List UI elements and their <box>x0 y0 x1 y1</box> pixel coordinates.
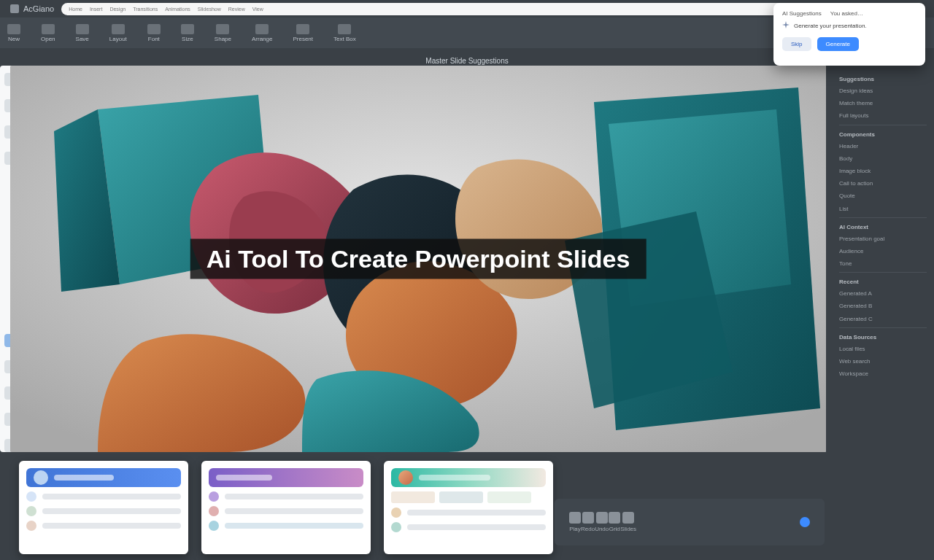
present-icon <box>296 24 309 34</box>
ribbon-size[interactable]: Size <box>181 24 194 42</box>
ribbon-textbox[interactable]: Text Box <box>333 24 356 42</box>
svg-rect-0 <box>10 4 19 13</box>
panel-item[interactable]: Generated C <box>839 315 927 323</box>
text-line <box>407 524 546 530</box>
popup-tab[interactable]: AI Suggestions <box>782 10 822 17</box>
ribbon-new[interactable]: New <box>7 24 20 42</box>
chip <box>391 491 435 503</box>
control-label: Redo <box>581 526 595 532</box>
template-card[interactable] <box>384 461 553 554</box>
popup-actions: Skip Generate <box>782 37 916 51</box>
ribbon-layout[interactable]: Layout <box>109 24 127 42</box>
panel-item[interactable]: Call to action <box>839 179 927 187</box>
template-title-line <box>216 475 272 481</box>
template-title-line <box>419 475 490 481</box>
panel-item[interactable]: Image block <box>839 167 927 175</box>
ribbon-label: Present <box>293 36 313 42</box>
textbox-icon <box>338 24 351 34</box>
ribbon-label: Arrange <box>252 36 272 42</box>
ribbon-open[interactable]: Open <box>41 24 55 42</box>
address-chip[interactable]: Design <box>109 7 126 12</box>
template-header <box>26 468 181 487</box>
ribbon-label: Font <box>148 36 160 42</box>
chip <box>439 491 483 503</box>
ribbon-save[interactable]: Save <box>76 24 89 42</box>
ribbon-arrange[interactable]: Arrange <box>252 24 272 42</box>
template-header <box>209 468 363 487</box>
slides-icon <box>622 512 634 524</box>
ribbon-shape[interactable]: Shape <box>215 24 231 42</box>
control-play[interactable]: Play <box>569 512 581 532</box>
record-indicator-icon[interactable] <box>800 517 810 527</box>
popup-tabs: AI Suggestions You asked… <box>782 10 916 17</box>
panel-section-head: AI Context <box>839 224 927 230</box>
panel-item[interactable]: Tone <box>839 260 927 268</box>
brand-label: AcGiano <box>23 4 54 13</box>
panel-item[interactable]: Audience <box>839 247 927 255</box>
control-label: Grid <box>609 526 620 532</box>
bullet-icon <box>209 491 219 502</box>
address-chip[interactable]: Home <box>69 7 82 12</box>
panel-item[interactable]: Generated B <box>839 302 927 310</box>
slide-canvas[interactable]: Ai Tool To Create Powerpoint Slides <box>10 66 826 452</box>
open-icon <box>42 24 55 34</box>
template-title-line <box>54 475 114 481</box>
ai-suggestion-popup: AI Suggestions You asked… Generate your … <box>773 3 925 66</box>
panel-item[interactable]: Design ideas <box>839 87 927 95</box>
sparkle-icon <box>782 21 790 30</box>
text-line <box>225 508 363 514</box>
address-chip[interactable]: Transitions <box>133 7 158 12</box>
shape-icon <box>216 24 229 34</box>
canvas-caption: Master Slide Suggestions <box>425 57 508 65</box>
address-chip[interactable]: Insert <box>90 7 103 12</box>
panel-item[interactable]: Generated A <box>839 289 927 298</box>
panel-item[interactable]: Web search <box>839 357 927 365</box>
slide-title-overlay: Ai Tool To Create Powerpoint Slides <box>190 239 647 279</box>
address-chip[interactable]: Slideshow <box>198 7 221 12</box>
panel-item[interactable]: Quote <box>839 192 927 200</box>
panel-item[interactable]: List <box>839 205 927 213</box>
divider <box>839 272 927 273</box>
ribbon-label: Save <box>76 36 89 42</box>
address-chip[interactable]: View <box>252 7 263 12</box>
arrange-icon <box>255 24 269 34</box>
popup-tab[interactable]: You asked… <box>830 10 863 17</box>
ribbon-label: Size <box>182 36 193 42</box>
panel-item[interactable]: Presentation goal <box>839 235 927 243</box>
new-icon <box>7 24 20 34</box>
panel-item[interactable]: Workspace <box>839 370 927 378</box>
bullet-icon <box>209 506 219 516</box>
panel-item[interactable]: Local files <box>839 345 927 353</box>
bullet-icon <box>391 522 401 532</box>
template-card[interactable] <box>19 461 188 554</box>
avatar-icon <box>34 470 48 485</box>
control-undo[interactable]: Undo <box>595 512 609 532</box>
ribbon-present[interactable]: Present <box>293 24 313 42</box>
control-grid[interactable]: Grid <box>609 512 620 532</box>
bullet-icon <box>26 506 36 516</box>
generate-button[interactable]: Generate <box>817 37 859 51</box>
panel-item[interactable]: Full layouts <box>839 112 927 120</box>
ribbon-font[interactable]: Font <box>147 24 161 42</box>
text-line <box>225 523 363 529</box>
address-chip[interactable]: Animations <box>165 7 190 12</box>
ribbon-label: Shape <box>215 36 231 42</box>
panel-section-head: Recent <box>839 279 927 285</box>
text-line <box>42 523 181 529</box>
panel-item[interactable]: Header <box>839 142 927 150</box>
popup-message: Generate your presentation. <box>782 21 916 30</box>
grid-icon <box>609 512 620 524</box>
control-redo[interactable]: Redo <box>581 512 595 532</box>
panel-item[interactable]: Body <box>839 155 927 163</box>
template-card[interactable] <box>201 461 371 554</box>
redo-icon <box>582 512 594 524</box>
skip-button[interactable]: Skip <box>782 37 811 51</box>
ribbon-label: Layout <box>109 36 127 42</box>
font-icon <box>147 24 161 34</box>
address-chip[interactable]: Review <box>228 7 245 12</box>
popup-message-text: Generate your presentation. <box>794 23 867 29</box>
control-slides[interactable]: Slides <box>620 512 636 532</box>
panel-item[interactable]: Match theme <box>839 99 927 107</box>
brand-icon <box>10 4 19 13</box>
bullet-icon <box>26 491 36 502</box>
